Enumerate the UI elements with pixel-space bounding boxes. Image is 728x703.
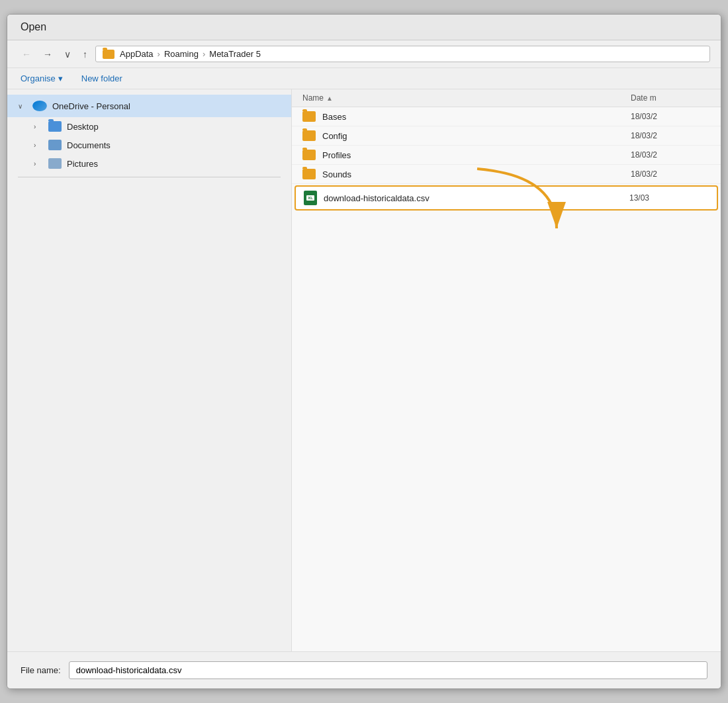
pictures-folder-icon — [48, 158, 62, 169]
back-button[interactable]: ← — [18, 46, 35, 62]
file-name: Sounds — [322, 169, 624, 179]
back-icon: ← — [22, 49, 31, 60]
chevron-collapsed-icon-documents: › — [34, 142, 43, 149]
file-list: Bases 18/03/2 Config 18/03/2 Profiles 18… — [292, 107, 721, 651]
footer: File name: — [7, 651, 721, 688]
forward-icon: → — [43, 49, 52, 60]
file-list-header: Name ▲ Date m — [292, 89, 721, 107]
onedrive-icon — [32, 99, 47, 113]
file-date: 18/03/2 — [631, 112, 710, 121]
action-bar: Organise ▾ New folder — [7, 68, 721, 89]
column-date-label: Date m — [631, 93, 657, 103]
table-row[interactable]: XL download-historicaldata.csv 13/03 — [295, 185, 718, 211]
file-name-input[interactable] — [69, 661, 707, 679]
file-list-wrapper: Name ▲ Date m Bases 18/03/2 Config — [292, 89, 721, 651]
breadcrumb[interactable]: AppData › Roaming › MetaTrader 5 — [95, 46, 710, 62]
sidebar-item-documents[interactable]: › Documents — [7, 136, 291, 154]
bc-sep-2: › — [203, 49, 205, 59]
folder-icon — [302, 150, 316, 160]
folder-icon — [302, 130, 316, 141]
folder-icon — [302, 169, 316, 179]
file-date: 18/03/2 — [631, 131, 710, 140]
column-name: Name ▲ — [302, 93, 631, 103]
organise-label: Organise — [21, 73, 56, 83]
dialog-title: Open — [21, 21, 46, 32]
up-button[interactable]: ↑ — [79, 46, 91, 62]
breadcrumb-part1: AppData — [120, 49, 154, 59]
file-date: 18/03/2 — [631, 150, 710, 160]
title-bar: Open — [7, 15, 721, 40]
chevron-collapsed-icon-desktop: › — [34, 123, 43, 130]
column-name-label: Name — [302, 93, 324, 103]
up-icon: ↑ — [83, 49, 87, 60]
sidebar: ∨ OneDrive - Personal › Desktop › Docume… — [7, 89, 292, 651]
chevron-down-icon: ∨ — [64, 49, 71, 60]
sidebar-item-label-desktop: Desktop — [67, 122, 99, 132]
sidebar-item-label-pictures: Pictures — [67, 159, 98, 169]
csv-file-icon: XL — [304, 191, 317, 205]
sort-arrow-icon: ▲ — [326, 95, 333, 102]
file-name: Bases — [322, 112, 624, 122]
new-folder-label: New folder — [81, 73, 122, 83]
chevron-expanded-icon: ∨ — [18, 103, 27, 110]
file-date: 18/03/2 — [631, 169, 710, 179]
forward-button[interactable]: → — [39, 46, 56, 62]
bc-sep-1: › — [158, 49, 160, 59]
file-date: 13/03 — [629, 193, 709, 203]
file-name-label: File name: — [21, 665, 61, 675]
sidebar-item-onedrive[interactable]: ∨ OneDrive - Personal — [7, 95, 291, 117]
column-date: Date m — [631, 93, 710, 103]
sidebar-item-label-onedrive: OneDrive - Personal — [52, 101, 130, 111]
breadcrumb-part2: Roaming — [164, 49, 199, 59]
sidebar-item-pictures[interactable]: › Pictures — [7, 154, 291, 173]
main-content: ∨ OneDrive - Personal › Desktop › Docume… — [7, 89, 721, 651]
table-row[interactable]: Config 18/03/2 — [292, 126, 721, 146]
organise-button[interactable]: Organise ▾ — [18, 72, 66, 85]
breadcrumb-folder-icon — [103, 50, 114, 59]
sidebar-item-label-documents: Documents — [67, 140, 111, 150]
documents-folder-icon — [48, 140, 62, 150]
organise-arrow-icon: ▾ — [58, 73, 63, 83]
file-name: download-historicaldata.csv — [324, 193, 623, 203]
breadcrumb-part3: MetaTrader 5 — [209, 49, 261, 59]
dropdown-button[interactable]: ∨ — [60, 46, 75, 62]
open-dialog: Open ← → ∨ ↑ AppData › Roaming › MetaTra… — [7, 14, 721, 689]
table-row[interactable]: Sounds 18/03/2 — [292, 165, 721, 184]
new-folder-button[interactable]: New folder — [79, 72, 125, 85]
file-name: Profiles — [322, 150, 624, 160]
table-row[interactable]: Profiles 18/03/2 — [292, 146, 721, 165]
sidebar-item-desktop[interactable]: › Desktop — [7, 117, 291, 136]
folder-icon — [302, 111, 316, 122]
toolbar: ← → ∨ ↑ AppData › Roaming › MetaTrader 5 — [7, 40, 721, 68]
chevron-collapsed-icon-pictures: › — [34, 160, 43, 167]
table-row[interactable]: Bases 18/03/2 — [292, 107, 721, 126]
file-name: Config — [322, 131, 624, 141]
sidebar-divider — [18, 177, 281, 177]
desktop-folder-icon — [48, 121, 62, 132]
